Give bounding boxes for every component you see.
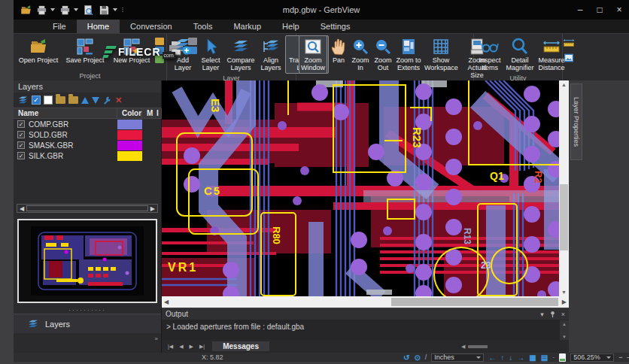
dropdown-caret-icon[interactable]: [113, 8, 117, 11]
zoom-to-extents-button[interactable]: Zoom to Extents: [395, 35, 422, 74]
measure-distance-button[interactable]: Measure Distance: [536, 35, 567, 74]
scrollbar-thumb[interactable]: [26, 205, 148, 211]
save-icon[interactable]: [98, 4, 110, 16]
menu-file[interactable]: File: [42, 20, 77, 33]
layer-visible-checkbox[interactable]: ✓: [17, 152, 25, 159]
save-project-button[interactable]: Save Project: [62, 35, 108, 66]
check-all-layers-icon[interactable]: ✓: [32, 96, 41, 105]
layer-visible-checkbox[interactable]: ✓: [17, 131, 25, 138]
pan-button[interactable]: Pan: [329, 35, 348, 66]
menu-tools[interactable]: Tools: [183, 20, 223, 33]
menu-settings[interactable]: Settings: [310, 20, 361, 33]
layer-properties-tab[interactable]: Layer Properties: [570, 83, 582, 160]
redraw-icon[interactable]: ↺: [403, 353, 409, 362]
scroll-left-icon[interactable]: ◀: [20, 205, 24, 212]
messages-tab[interactable]: Messages: [212, 341, 269, 351]
layer-row[interactable]: ✓SILK.GBR: [14, 150, 161, 161]
layers-bottom-tab[interactable]: Layers: [14, 314, 161, 333]
maximize-button[interactable]: □: [590, 2, 609, 18]
viewport-vertical-scrollbar[interactable]: ▲ ▼: [559, 80, 569, 296]
move-layer-up-icon[interactable]: [81, 97, 89, 104]
grid-icon[interactable]: ▦: [529, 353, 536, 362]
arrow-up-icon[interactable]: ↑: [500, 353, 504, 362]
ruler-icon[interactable]: [563, 37, 575, 49]
scroll-up-icon[interactable]: ▲: [561, 82, 567, 87]
layer-row[interactable]: ✓SMASK.GBR: [14, 140, 161, 150]
zoom-in-button[interactable]: Zoom In: [350, 35, 371, 74]
open-file-icon[interactable]: [20, 4, 32, 16]
scroll-down-icon[interactable]: ▼: [562, 335, 567, 339]
output-scrollbar[interactable]: ▲ ▼: [560, 320, 569, 341]
print-icon[interactable]: [59, 4, 71, 16]
splitter-handle[interactable]: ··········: [14, 306, 161, 314]
last-tab-icon[interactable]: ▶|: [196, 344, 208, 350]
board-overview-thumbnail[interactable]: [17, 219, 157, 303]
scroll-right-icon[interactable]: ▶: [150, 205, 155, 212]
dropdown-caret-icon[interactable]: [50, 8, 55, 11]
collapse-left-icon[interactable]: ◀: [461, 344, 465, 350]
inspect-items-button[interactable]: Inspect Items: [476, 35, 503, 74]
viewport-horizontal-scrollbar[interactable]: ◀ ▶: [162, 296, 569, 308]
panel-overflow-icon[interactable]: »: [155, 335, 158, 342]
pin-icon[interactable]: [549, 311, 556, 317]
zoom-out-button[interactable]: Zoom Out: [372, 35, 394, 74]
layer-visible-checkbox[interactable]: ✓: [17, 120, 25, 128]
layer-visible-checkbox[interactable]: ✓: [17, 141, 25, 149]
uncheck-all-layers-icon[interactable]: [44, 96, 53, 105]
column-color[interactable]: Color: [117, 108, 142, 119]
splitter-handle[interactable]: [468, 345, 488, 348]
origin-icon[interactable]: ⊙: [414, 353, 420, 362]
layer-color-swatch[interactable]: [117, 120, 142, 129]
arrow-down-icon[interactable]: ↓: [509, 353, 512, 362]
minimize-button[interactable]: –: [570, 2, 590, 18]
column-name[interactable]: Name: [14, 108, 117, 119]
scroll-right-icon[interactable]: ▶: [562, 299, 567, 305]
folder-icon[interactable]: [56, 96, 65, 104]
zoom-out-icon[interactable]: −: [618, 353, 622, 361]
first-tab-icon[interactable]: |◀: [165, 344, 176, 350]
open-project-button[interactable]: Open Project: [16, 35, 61, 66]
close-icon[interactable]: ×: [561, 311, 565, 318]
print-preview-icon[interactable]: [82, 4, 94, 16]
column-m[interactable]: M: [142, 108, 152, 119]
wrench-icon[interactable]: [102, 96, 112, 105]
menu-home[interactable]: Home: [77, 20, 120, 33]
delete-layer-icon[interactable]: ✕: [115, 96, 122, 105]
align-layers-button[interactable]: Align Layers: [258, 35, 284, 74]
folder-icon[interactable]: [68, 96, 78, 104]
close-button[interactable]: ×: [609, 2, 629, 18]
dropdown-caret-icon[interactable]: [74, 8, 78, 11]
qat-overflow-icon[interactable]: ᎒: [121, 7, 124, 14]
arrow-left-icon[interactable]: ←: [488, 353, 496, 362]
arrow-right-icon[interactable]: →: [517, 353, 524, 362]
zoom-level-dropdown[interactable]: 506.25%: [570, 353, 614, 362]
dot-icon[interactable]: ·: [552, 353, 555, 361]
scroll-left-icon[interactable]: ◀: [164, 299, 169, 305]
panel-horizontal-scrollbar[interactable]: ◀ ▶: [17, 204, 158, 213]
menu-help[interactable]: Help: [272, 20, 310, 33]
line-tool-icon[interactable]: /: [425, 353, 427, 361]
layers-icon[interactable]: [17, 95, 29, 106]
scroll-up-icon[interactable]: ▲: [562, 322, 567, 326]
layer-color-swatch[interactable]: [117, 141, 142, 150]
print-setup-icon[interactable]: [35, 4, 47, 16]
menu-markup[interactable]: Markup: [223, 20, 272, 33]
prev-tab-icon[interactable]: ◀: [176, 344, 186, 350]
scroll-down-icon[interactable]: ▼: [561, 290, 567, 295]
scrollbar-thumb[interactable]: [391, 298, 558, 306]
menu-conversion[interactable]: Conversion: [120, 20, 183, 33]
image-icon[interactable]: [563, 52, 575, 64]
workspace-icon[interactable]: ▤: [541, 353, 548, 362]
scrollbar-thumb[interactable]: [560, 184, 568, 250]
show-workspace-button[interactable]: Show Workspace: [424, 35, 458, 74]
select-layer-button[interactable]: Select Layer: [198, 35, 223, 74]
layer-color-swatch[interactable]: [117, 151, 142, 161]
detail-magnifier-button[interactable]: Detail Magnifier: [505, 35, 535, 74]
move-layer-down-icon[interactable]: [92, 97, 99, 104]
layer-color-swatch[interactable]: [117, 130, 142, 140]
next-tab-icon[interactable]: ▶: [187, 344, 196, 350]
chevron-down-icon[interactable]: ▾: [540, 311, 544, 318]
zoom-window-button[interactable]: Zoom Window: [299, 35, 327, 74]
layer-row[interactable]: ✓COMP.GBR: [14, 119, 161, 129]
compare-layers-button[interactable]: Compare Layers: [225, 35, 257, 74]
